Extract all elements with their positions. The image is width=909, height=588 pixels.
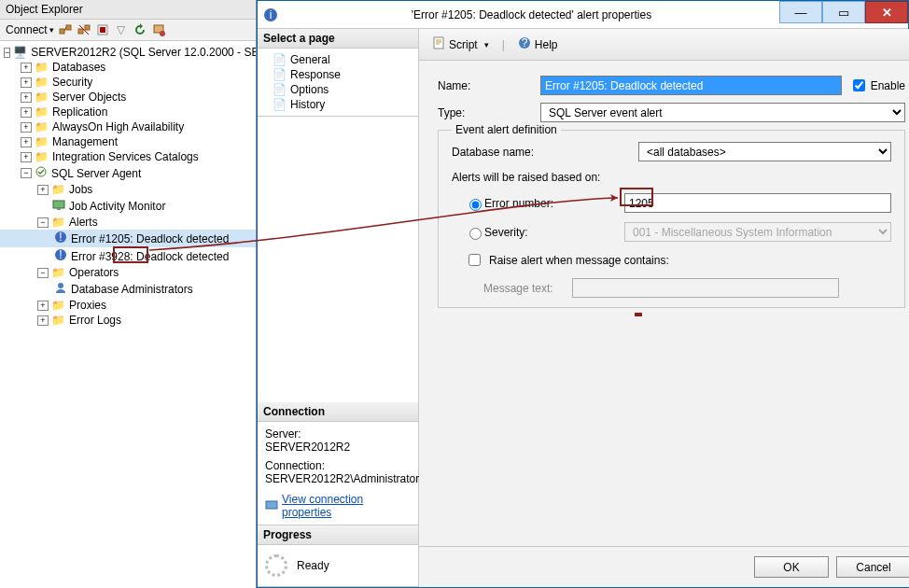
expand-icon[interactable]: + (21, 63, 32, 73)
registered-servers-icon[interactable] (151, 22, 166, 37)
folder-icon: 📁 (35, 76, 49, 89)
minimize-button[interactable]: — (779, 1, 822, 23)
severity-select: 001 - Miscellaneous System Information (624, 222, 891, 242)
fieldset-legend: Event alert definition (452, 123, 561, 136)
server-label: Server: (265, 427, 411, 441)
view-connection-properties-link[interactable]: View connection properties (282, 493, 411, 519)
alert-1205-node[interactable]: !Error #1205: Deadlock detected (0, 230, 256, 247)
management-node[interactable]: +📁Management (0, 134, 256, 149)
collapse-icon[interactable]: − (37, 268, 49, 278)
alert-icon: ! (54, 248, 67, 264)
collapse-icon[interactable]: − (37, 217, 49, 228)
based-on-label: Alerts will be raised based on: (452, 171, 891, 184)
server-icon: 🖥️ (13, 46, 27, 59)
isc-node[interactable]: +📁Integration Services Catalogs (0, 149, 256, 164)
page-general[interactable]: 📄General (263, 52, 413, 67)
activity-monitor-node[interactable]: Job Activity Monitor (0, 197, 256, 215)
folder-icon: 📁 (51, 183, 65, 196)
page-history[interactable]: 📄History (263, 97, 413, 112)
alert-properties-dialog: i 'Error #1205: Deadlock detected' alert… (257, 0, 909, 588)
folder-icon: 📁 (35, 105, 49, 119)
server-value: SERVER2012R2 (265, 441, 411, 454)
help-button[interactable]: ?Help (512, 35, 564, 54)
disconnect-icon[interactable] (77, 22, 91, 37)
svg-rect-21 (434, 37, 443, 49)
folder-icon: 📁 (51, 299, 65, 312)
folder-icon: 📁 (35, 91, 49, 104)
expand-icon[interactable]: + (37, 185, 49, 195)
raise-alert-label: Raise alert when message contains: (489, 254, 669, 267)
collapse-icon[interactable]: − (21, 168, 32, 178)
error-number-radio[interactable] (469, 199, 482, 211)
expand-icon[interactable]: + (37, 315, 49, 326)
page-response[interactable]: 📄Response (263, 67, 413, 82)
script-icon (432, 36, 445, 52)
type-label: Type: (438, 106, 540, 119)
help-icon: ? (518, 36, 531, 52)
security-node[interactable]: +📁Security (0, 75, 256, 90)
stop-icon[interactable] (95, 22, 110, 37)
expand-icon[interactable]: + (37, 301, 49, 311)
page-icon: 📄 (273, 68, 287, 81)
alert-3928-node[interactable]: !Error #3928: Deadlock detected (0, 247, 256, 265)
replication-node[interactable]: +📁Replication (0, 105, 256, 119)
page-icon: 📄 (273, 98, 287, 111)
enable-checkbox[interactable] (853, 79, 865, 91)
raise-alert-checkbox[interactable] (468, 254, 481, 266)
refresh-icon[interactable] (133, 22, 147, 37)
expand-icon[interactable]: + (21, 92, 32, 103)
object-tree[interactable]: −🖥️SERVER2012R2 (SQL Server 12.0.2000 - … (0, 41, 256, 588)
sql-agent-node[interactable]: − SQL Server Agent (0, 164, 256, 182)
proxies-node[interactable]: +📁Proxies (0, 298, 256, 313)
expand-icon[interactable]: + (21, 107, 32, 118)
svg-text:i: i (270, 8, 273, 21)
folder-icon: 📁 (51, 266, 65, 279)
error-number-label: Error number: (484, 197, 624, 210)
expand-icon[interactable]: + (21, 77, 32, 88)
close-button[interactable]: ✕ (865, 1, 908, 23)
ok-button[interactable]: OK (754, 556, 829, 578)
databases-node[interactable]: +📁Databases (0, 60, 256, 75)
script-button[interactable]: Script▾ (427, 35, 495, 54)
connection-value: SERVER2012R2\Administrator (265, 472, 411, 485)
jobs-node[interactable]: +📁Jobs (0, 182, 256, 197)
event-alert-definition: Event alert definition Database name: <a… (438, 130, 905, 308)
alwayson-node[interactable]: +📁AlwaysOn High Availability (0, 119, 256, 134)
expand-icon[interactable]: + (21, 122, 32, 133)
operators-node[interactable]: −📁Operators (0, 265, 256, 280)
expand-icon[interactable]: + (21, 137, 32, 147)
agent-icon (35, 165, 48, 181)
page-icon: 📄 (273, 83, 287, 96)
connect-dropdown[interactable]: Connect▾ (6, 23, 54, 36)
severity-radio[interactable] (469, 228, 482, 240)
folder-icon: 📁 (51, 216, 65, 229)
connection-info: Server: SERVER2012R2 Connection: SERVER2… (258, 422, 418, 525)
errorlogs-node[interactable]: +📁Error Logs (0, 313, 256, 328)
filter-icon[interactable]: ▽ (114, 22, 129, 37)
message-text-label: Message text: (483, 282, 553, 295)
folder-icon: 📁 (35, 135, 49, 148)
svg-rect-11 (53, 201, 64, 208)
type-select[interactable]: SQL Server event alert (540, 103, 905, 122)
maximize-button[interactable]: ▭ (822, 1, 865, 23)
folder-icon: 📁 (35, 61, 49, 74)
name-input[interactable] (540, 76, 842, 95)
svg-text:!: ! (59, 231, 62, 244)
database-name-select[interactable]: <all databases> (638, 142, 891, 161)
alert-icon: ! (54, 231, 67, 246)
dialog-titlebar[interactable]: i 'Error #1205: Deadlock detected' alert… (258, 1, 908, 29)
enable-label: Enable (871, 79, 905, 92)
expand-icon[interactable]: + (21, 152, 32, 162)
connect-icon[interactable] (58, 22, 73, 37)
connection-header: Connection (258, 402, 418, 422)
dba-operator-node[interactable]: Database Administrators (0, 280, 256, 298)
cancel-button[interactable]: Cancel (836, 556, 909, 578)
info-icon: i (258, 7, 284, 22)
collapse-icon[interactable]: − (4, 48, 10, 58)
server-objects-node[interactable]: +📁Server Objects (0, 90, 256, 105)
chevron-down-icon: ▾ (484, 40, 489, 49)
error-number-input[interactable] (624, 193, 891, 213)
server-node[interactable]: −🖥️SERVER2012R2 (SQL Server 12.0.2000 - … (0, 45, 256, 60)
alerts-node[interactable]: −📁Alerts (0, 215, 256, 230)
page-options[interactable]: 📄Options (263, 82, 413, 97)
